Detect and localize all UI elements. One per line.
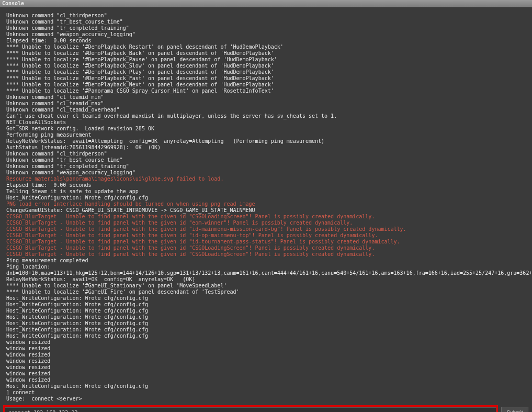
console-input[interactable] (5, 407, 496, 413)
log-line: **** Unable to localize '#GameUI_Station… (6, 283, 526, 289)
window-title: Console (2, 1, 24, 6)
log-line: RelayNetWorkStatus: avail=OK config=OK a… (6, 276, 526, 283)
log-line: CCSGO_BlurTarget - Unable to find panel … (6, 239, 526, 245)
log-line: RelayNetWorkStatus: avail=Attempting con… (6, 138, 526, 144)
log-line: Host_WriteConfiguration: Wrote cfg/confi… (6, 308, 526, 314)
log-line: **** Unable to localize '#DemoPlayback_P… (6, 57, 526, 63)
log-line: **** Unable to localize '#DemoPlayback_R… (6, 44, 526, 50)
log-line: Elapsed time: 0.00 seconds (6, 38, 526, 44)
log-line: Unknown command "tr_completed_training" (6, 163, 526, 170)
log-line: **** Unable to localize '#DemoPlayback_P… (6, 69, 526, 75)
log-line: Unknown command "tr_best_course_time" (6, 19, 526, 25)
log-line: window resized (6, 358, 526, 364)
log-line: ] connect (6, 389, 526, 396)
console-log[interactable]: Unknown command "cl_thirdperson"Unknown … (1, 8, 531, 404)
log-line: AuthStatus (steamid:76561198442969928): … (6, 144, 526, 151)
log-line: Elapsed time: 0.00 seconds (6, 182, 526, 188)
log-line: CCSGO_BlurTarget - Unable to find panel … (6, 220, 526, 226)
log-line: **** Unable to localize '#DemoPlayback_F… (6, 75, 526, 82)
log-line: Unknown command "cl_teamid_max" (6, 101, 526, 107)
log-line: Host_WriteConfiguration: Wrote cfg/confi… (6, 383, 526, 389)
log-line: Unknown command "tr_best_course_time" (6, 157, 526, 163)
log-line: dxb=100+10,maa=113+11,hkg=125+12,bom=144… (6, 270, 526, 276)
log-line: PNG load error Interlace handling should… (6, 201, 526, 207)
log-line: window resized (6, 339, 526, 346)
log-line: Unknown command "cl_thirdperson" (6, 13, 526, 19)
log-line: Unknown command "tr_completed_training" (6, 25, 526, 31)
log-line: window resized (6, 352, 526, 358)
input-highlight (3, 405, 498, 412)
log-line: Host_WriteConfiguration: Wrote cfg/confi… (6, 195, 526, 201)
log-line: **** Unable to localize '#DemoPlayback_N… (6, 82, 526, 88)
console-body: Unknown command "cl_thirdperson"Unknown … (0, 7, 532, 412)
titlebar[interactable]: Console (0, 0, 532, 7)
log-line: CCSGO_BlurTarget - Unable to find panel … (6, 232, 526, 239)
log-line: Ping location: (6, 264, 526, 270)
log-line: Host_WriteConfiguration: Wrote cfg/confi… (6, 295, 526, 302)
log-line: **** Unable to localize '#DemoPlayback_S… (6, 63, 526, 69)
log-line: **** Unable to localize '#GameUI_Fire' o… (6, 289, 526, 295)
log-line: window resized (6, 364, 526, 371)
log-line: Telling Steam it is safe to update the a… (6, 188, 526, 195)
log-line: Ping measurement completed (6, 258, 526, 264)
console-window: Console Unknown command "cl_thirdperson"… (0, 0, 532, 412)
submit-button[interactable]: Submit (501, 407, 528, 412)
log-line: **** Unable to localize '#DemoPlayback_B… (6, 50, 526, 57)
log-line: ChangeGameUIState: CSGO_GAME_UI_STATE_IN… (6, 207, 526, 214)
log-line: CCSGO_BlurTarget - Unable to find panel … (6, 214, 526, 220)
log-line: Host_WriteConfiguration: Wrote cfg/confi… (6, 320, 526, 327)
log-line: Unknown command "weapon_accuracy_logging… (6, 170, 526, 176)
log-line: Host_WriteConfiguration: Wrote cfg/confi… (6, 314, 526, 320)
log-line: Unknown command "cl_teamid_overhead" (6, 107, 526, 113)
input-row: Submit (1, 404, 531, 412)
log-line: CCSGO_BlurTarget - Unable to find panel … (6, 245, 526, 251)
log-line: CCSGO_BlurTarget - Unable to find panel … (6, 226, 526, 232)
log-line: **** Unable to localize '#Panorama_CSGO_… (6, 88, 526, 94)
log-line: Host_WriteConfiguration: Wrote cfg/confi… (6, 327, 526, 333)
log-line: Usage: connect <server> (6, 396, 526, 402)
log-line: Host_WriteConfiguration: Wrote cfg/confi… (6, 302, 526, 308)
log-line: NET_CloseAllSockets (6, 119, 526, 126)
log-line: Unknown command "cl_teamid_min" (6, 94, 526, 101)
log-line: Got SDR network config. Loaded revision … (6, 126, 526, 132)
log-line: Host_WriteConfiguration: Wrote cfg/confi… (6, 333, 526, 339)
log-line: window resized (6, 371, 526, 377)
log-line: Resource materials\panorama\images\icons… (6, 176, 526, 182)
log-line: CCSGO_BlurTarget - Unable to find panel … (6, 251, 526, 258)
log-line: window resized (6, 346, 526, 352)
log-line: Can't use cheat cvar cl_teamid_overhead_… (6, 113, 526, 119)
log-line: window resized (6, 377, 526, 383)
log-line: Unknown command "weapon_accuracy_logging… (6, 31, 526, 38)
log-line: Performing ping measurement (6, 132, 526, 138)
log-line: Unknown command "cl_thirdperson" (6, 151, 526, 157)
